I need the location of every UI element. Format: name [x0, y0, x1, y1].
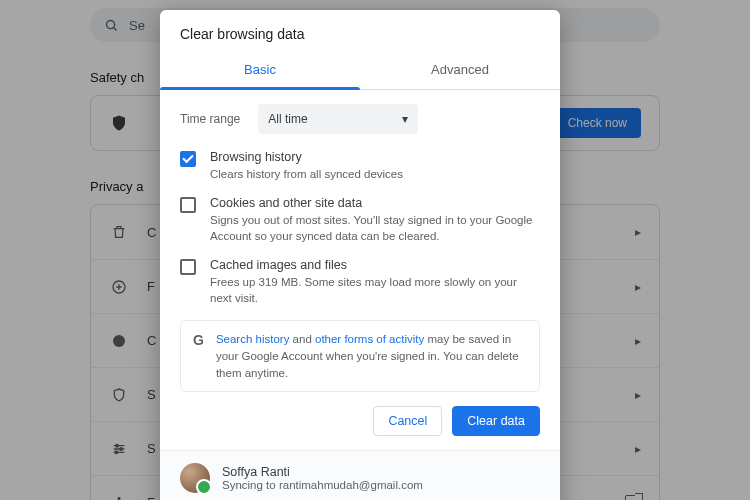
tab-advanced[interactable]: Advanced	[360, 52, 560, 89]
checkbox-browsing-history[interactable]	[180, 151, 196, 167]
dialog-tabs: Basic Advanced	[160, 52, 560, 90]
account-sync-status: Syncing to rantimahmudah@gmail.com	[222, 479, 423, 491]
cancel-button[interactable]: Cancel	[373, 406, 442, 436]
account-section: Soffya Ranti Syncing to rantimahmudah@gm…	[160, 450, 560, 500]
time-range-label: Time range	[180, 112, 240, 126]
time-range-select[interactable]: All time ▾	[258, 104, 418, 134]
chevron-down-icon: ▾	[402, 112, 408, 126]
checkbox-cookies[interactable]	[180, 197, 196, 213]
dialog-title: Clear browsing data	[160, 10, 560, 52]
google-g-icon: G	[193, 332, 204, 348]
time-range-value: All time	[268, 112, 307, 126]
clear-browsing-data-dialog: Clear browsing data Basic Advanced Time …	[160, 10, 560, 500]
option-title: Browsing history	[210, 150, 403, 164]
avatar	[180, 463, 210, 493]
checkbox-cache[interactable]	[180, 259, 196, 275]
other-activity-link[interactable]: other forms of activity	[315, 333, 424, 345]
option-desc: Clears history from all synced devices	[210, 166, 403, 182]
option-desc: Frees up 319 MB. Some sites may load mor…	[210, 274, 540, 306]
search-history-link[interactable]: Search history	[216, 333, 290, 345]
option-title: Cookies and other site data	[210, 196, 540, 210]
tab-basic[interactable]: Basic	[160, 52, 360, 89]
option-desc: Signs you out of most sites. You'll stay…	[210, 212, 540, 244]
account-notice: G Search history and other forms of acti…	[180, 320, 540, 392]
clear-data-button[interactable]: Clear data	[452, 406, 540, 436]
option-title: Cached images and files	[210, 258, 540, 272]
account-name: Soffya Ranti	[222, 465, 423, 479]
